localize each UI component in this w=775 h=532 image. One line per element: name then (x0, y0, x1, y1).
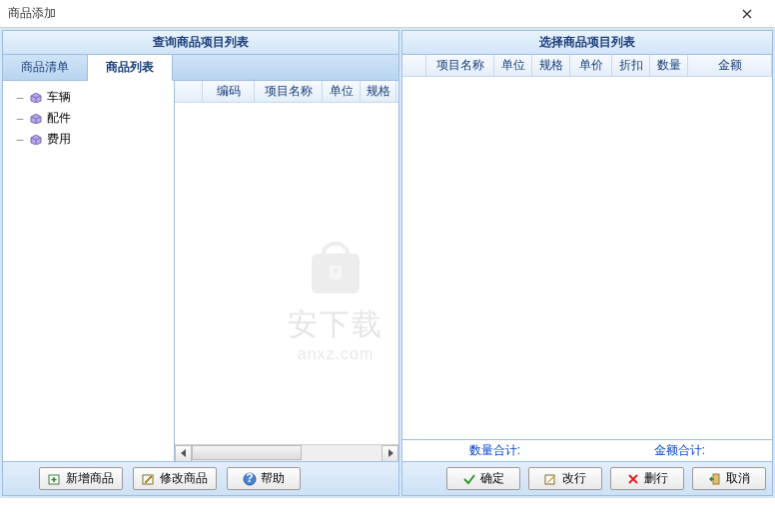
titlebar: 商品添加 (0, 0, 775, 28)
col-header[interactable] (175, 81, 203, 102)
col-header[interactable]: 数量 (650, 55, 688, 76)
tree-item-label: 车辆 (47, 89, 71, 106)
right-grid-header: 项目名称 单位 规格 单价 折扣 数量 金额 (402, 55, 772, 77)
help-button[interactable]: ? 帮助 (227, 467, 301, 490)
amt-total-label: 金额合计: (654, 442, 705, 459)
left-panel: 查询商品项目列表 商品清单 商品列表 – 车辆 – 配件 – (2, 30, 399, 496)
svg-text:?: ? (246, 472, 253, 485)
close-button[interactable] (727, 0, 767, 28)
tree-bullet-icon: – (15, 91, 25, 105)
door-icon (708, 472, 722, 486)
qty-total-label: 数量合计: (469, 442, 520, 459)
col-header[interactable]: 规格 (532, 55, 570, 76)
summary-row: 数量合计: 金额合计: (402, 439, 772, 461)
close-icon (742, 9, 752, 19)
left-grid-body[interactable] (175, 103, 398, 444)
svg-marker-3 (181, 449, 186, 457)
tree-item[interactable]: – 费用 (7, 129, 170, 150)
content: 查询商品项目列表 商品清单 商品列表 – 车辆 – 配件 – (0, 28, 775, 498)
col-header[interactable]: 金额 (688, 55, 772, 76)
col-header[interactable]: 单位 (323, 81, 361, 102)
tree-item-label: 费用 (47, 131, 71, 148)
left-split: – 车辆 – 配件 – 费用 编码 (3, 81, 398, 461)
right-panel: 选择商品项目列表 项目名称 单位 规格 单价 折扣 数量 金额 数量合计: 金额… (401, 30, 773, 496)
col-header[interactable]: 编码 (203, 81, 255, 102)
tree-item-label: 配件 (47, 110, 71, 127)
pencil-icon (544, 472, 558, 486)
help-icon: ? (243, 472, 257, 486)
cancel-button[interactable]: 取消 (692, 467, 766, 490)
svg-marker-4 (388, 449, 393, 457)
right-grid-body[interactable] (402, 77, 772, 439)
right-footer: 确定 改行 删行 取消 (402, 461, 772, 495)
tab-product-table[interactable]: 商品列表 (88, 55, 173, 81)
category-tree: – 车辆 – 配件 – 费用 (3, 81, 175, 461)
edit-product-button[interactable]: 修改商品 (133, 467, 217, 490)
tree-bullet-icon: – (15, 112, 25, 126)
cube-icon (29, 114, 43, 124)
tree-bullet-icon: – (15, 133, 25, 147)
edit-row-button[interactable]: 改行 (528, 467, 602, 490)
col-header[interactable]: 折扣 (612, 55, 650, 76)
tree-item[interactable]: – 配件 (7, 108, 170, 129)
left-grid: 编码 项目名称 单位 规格 (175, 81, 398, 461)
left-panel-header: 查询商品项目列表 (3, 31, 398, 55)
tree-item[interactable]: – 车辆 (7, 87, 170, 108)
cube-icon (29, 135, 43, 145)
col-header[interactable]: 单位 (494, 55, 532, 76)
tabs: 商品清单 商品列表 (3, 55, 398, 81)
ok-button[interactable]: 确定 (446, 467, 520, 490)
x-icon (626, 472, 640, 486)
col-header[interactable]: 规格 (361, 81, 396, 102)
cube-icon (29, 93, 43, 103)
window-title: 商品添加 (8, 5, 727, 22)
scroll-right-icon[interactable] (382, 445, 398, 462)
delete-row-button[interactable]: 删行 (610, 467, 684, 490)
left-footer: 新增商品 修改商品 ? 帮助 (3, 461, 398, 495)
check-icon (462, 472, 476, 486)
col-header[interactable] (402, 55, 426, 76)
h-scrollbar[interactable] (175, 444, 398, 461)
tab-product-list[interactable]: 商品清单 (3, 55, 88, 80)
col-header[interactable]: 单价 (570, 55, 612, 76)
right-panel-header: 选择商品项目列表 (402, 31, 772, 55)
scroll-track[interactable] (192, 445, 382, 462)
add-product-button[interactable]: 新增商品 (39, 467, 123, 490)
col-header[interactable]: 项目名称 (426, 55, 494, 76)
left-grid-header: 编码 项目名称 单位 规格 (175, 81, 398, 103)
scroll-left-icon[interactable] (175, 445, 192, 462)
col-header[interactable]: 项目名称 (255, 81, 323, 102)
scroll-thumb[interactable] (192, 445, 302, 460)
edit-icon (142, 472, 156, 486)
plus-icon (48, 472, 62, 486)
